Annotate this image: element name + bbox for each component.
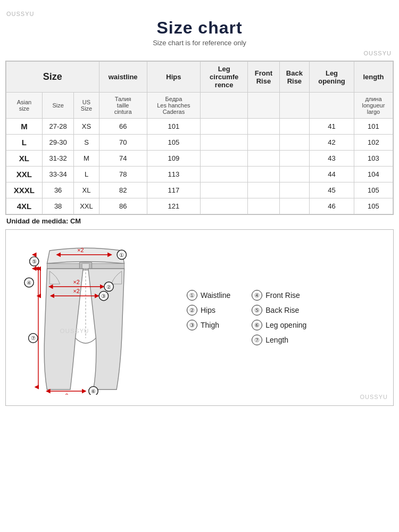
legend-num: ② (187, 305, 197, 315)
table-row: M 27-28 XS 66 101 41 101 (6, 119, 393, 135)
jeans-svg: ×2 ① ×2 ② ×2 ③ (11, 235, 160, 395)
table-header-row: Size waistline Hips Legcircumference Fro… (6, 62, 393, 93)
cell-size: 36 (42, 182, 74, 198)
brand-top-left: OUSSYU (6, 11, 394, 17)
cell-length: 102 (354, 135, 393, 151)
cell-us: L (74, 167, 99, 182)
cell-waist: 82 (99, 182, 147, 198)
svg-text:①: ① (119, 252, 124, 258)
brand-top-right: OUSSYU (5, 50, 392, 56)
cell-backrise (279, 182, 309, 198)
legend-label: Back Rise (265, 303, 299, 318)
size-table-container: Size waistline Hips Legcircumference Fro… (5, 61, 394, 215)
cell-asian: XL (6, 151, 43, 167)
svg-text:②: ② (106, 284, 111, 290)
cell-hips: 101 (147, 119, 201, 135)
cell-size: 31-32 (42, 151, 74, 167)
subh-legcirc (201, 93, 248, 119)
table-row: XXXL 36 XL 82 117 45 105 (6, 182, 393, 198)
cell-legopen: 46 (310, 198, 354, 214)
legend-label: Length (265, 332, 288, 347)
col-hips: Hips (147, 62, 201, 93)
cell-backrise (279, 119, 309, 135)
col-front-rise: FrontRise (248, 62, 279, 93)
cell-legcirc (201, 182, 248, 198)
cell-legopen: 43 (310, 151, 354, 167)
page-title: Size chart (5, 18, 394, 38)
col-length: length (354, 62, 393, 93)
cell-waist: 74 (99, 151, 147, 167)
legend-col-1: ①Waistline②Hips③Thigh (187, 288, 230, 347)
legend-item: ⑤Back Rise (252, 303, 306, 318)
cell-legopen: 45 (310, 182, 354, 198)
cell-length: 104 (354, 167, 393, 182)
cell-frontrise (248, 167, 279, 182)
cell-frontrise (248, 119, 279, 135)
cell-us: S (74, 135, 99, 151)
cell-us: M (74, 151, 99, 167)
cell-size: 27-28 (42, 119, 74, 135)
legend-label: Hips (201, 303, 215, 318)
cell-backrise (279, 151, 309, 167)
size-table: Size waistline Hips Legcircumference Fro… (6, 61, 393, 214)
legend-item: ②Hips (187, 303, 230, 318)
cell-waist: 78 (99, 167, 147, 182)
legend-row: ①Waistline②Hips③Thigh ④Front Rise⑤Back R… (187, 288, 388, 347)
svg-text:④: ④ (27, 280, 31, 286)
svg-text:⑦: ⑦ (31, 335, 36, 341)
table-subheader-row: Asiansize Size USSize Талияtaillecintura… (6, 93, 393, 119)
cell-asian: XXXL (6, 182, 43, 198)
cell-size: 33-34 (42, 167, 74, 182)
subh-waist: Талияtaillecintura (99, 93, 147, 119)
cell-us: XXL (74, 198, 99, 214)
subh-hips: БедраLes hanchesCaderas (147, 93, 201, 119)
legend-item: ③Thigh (187, 318, 230, 332)
svg-text:×2: ×2 (73, 279, 80, 285)
svg-text:⑤: ⑤ (32, 259, 37, 264)
cell-frontrise (248, 135, 279, 151)
cell-hips: 109 (147, 151, 201, 167)
cell-waist: 70 (99, 135, 147, 151)
cell-frontrise (248, 151, 279, 167)
cell-waist: 66 (99, 119, 147, 135)
cell-legopen: 44 (310, 167, 354, 182)
table-row: XXL 33-34 L 78 113 44 104 (6, 167, 393, 182)
svg-text:×2: ×2 (62, 393, 68, 395)
legend-num: ③ (187, 320, 197, 330)
table-row: L 29-30 S 70 105 42 102 (6, 135, 393, 151)
table-body: M 27-28 XS 66 101 41 101 L 29-30 S 70 10… (6, 119, 393, 214)
cell-backrise (279, 167, 309, 182)
legend-num: ④ (252, 290, 262, 301)
col-leg-circ: Legcircumference (201, 62, 248, 93)
cell-hips: 121 (147, 198, 201, 214)
diagram-legend: ①Waistline②Hips③Thigh ④Front Rise⑤Back R… (171, 288, 388, 347)
legend-num: ⑤ (252, 305, 262, 315)
unit-label: Unidad de medida: CM (6, 217, 394, 225)
subh-asian: Asiansize (6, 93, 43, 119)
cell-length: 105 (354, 198, 393, 214)
cell-asian: L (6, 135, 43, 151)
cell-length: 101 (354, 119, 393, 135)
cell-hips: 105 (147, 135, 201, 151)
cell-frontrise (248, 182, 279, 198)
diagram-section: ×2 ① ×2 ② ×2 ③ (5, 229, 394, 406)
legend-col-2: ④Front Rise⑤Back Rise⑥Leg opening⑦Length (252, 288, 306, 347)
legend-label: Thigh (201, 318, 219, 332)
cell-hips: 113 (147, 167, 201, 182)
subh-size: Size (42, 93, 74, 119)
cell-length: 103 (354, 151, 393, 167)
cell-hips: 117 (147, 182, 201, 198)
cell-size: 38 (42, 198, 74, 214)
page-subtitle: Size chart is for reference only (5, 39, 394, 47)
legend-item: ④Front Rise (252, 288, 306, 303)
svg-text:OUSSYU: OUSSYU (60, 327, 89, 334)
cell-us: XS (74, 119, 99, 135)
table-row: 4XL 38 XXL 86 121 46 105 (6, 198, 393, 214)
cell-waist: 86 (99, 198, 147, 214)
legend-label: Waistline (201, 288, 230, 303)
col-size: Size (6, 62, 99, 93)
cell-us: XL (74, 182, 99, 198)
svg-text:×2: ×2 (77, 247, 84, 253)
cell-legcirc (201, 135, 248, 151)
cell-legcirc (201, 198, 248, 214)
